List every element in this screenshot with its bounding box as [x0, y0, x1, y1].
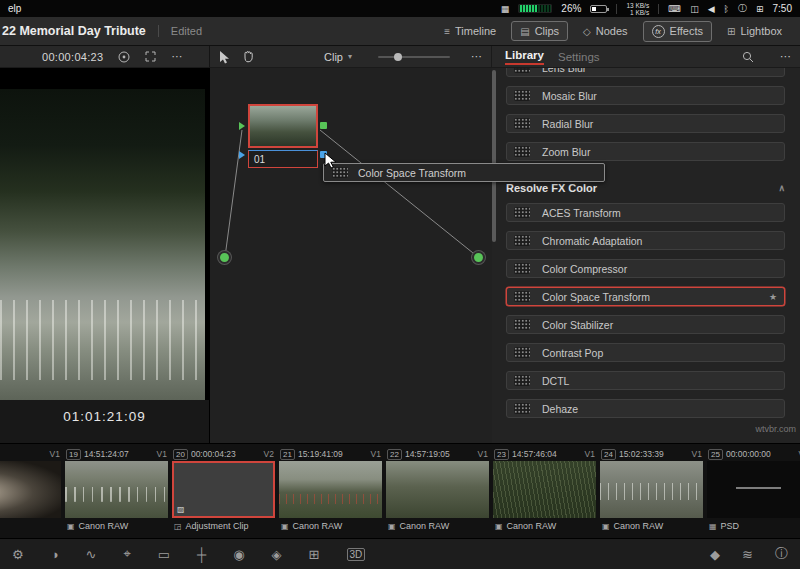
timeline-clip[interactable]: 24 15:02:33:39 V1 ▣ Canon RAW	[600, 447, 703, 534]
curves-icon[interactable]: ∿	[86, 547, 97, 562]
tab-settings[interactable]: Settings	[558, 51, 600, 63]
node-editor-panel: Clip ▾ ⋯ 01	[210, 46, 492, 443]
library-options-icon[interactable]: ⋯	[780, 50, 791, 63]
lens-blur-icon	[514, 68, 530, 73]
viewer-image[interactable]	[0, 68, 210, 400]
lightbox-label: Lightbox	[740, 25, 782, 37]
clip-thumbnail[interactable]	[707, 461, 800, 518]
clip-timecode: 14:51:24:07	[84, 449, 154, 459]
timeline-clip[interactable]: 23 14:57:46:04 V1 ▣ Canon RAW	[493, 447, 596, 534]
adjustment-badge-icon: ▨	[177, 505, 185, 514]
viewer-options-icon[interactable]: ⋯	[171, 50, 182, 63]
fx-item-zoom-blur[interactable]: Zoom Blur	[506, 142, 785, 161]
color-stabilizer-icon	[514, 319, 530, 330]
clip-mode-dropdown[interactable]: Clip ▾	[324, 51, 352, 63]
fx-item-color-space-transform[interactable]: Color Space Transform ★	[506, 287, 785, 306]
tab-library[interactable]: Library	[505, 49, 544, 65]
clip-thumbnail[interactable]	[386, 461, 489, 518]
clip-number: 19	[66, 449, 81, 460]
clip-thumbnail[interactable]	[279, 461, 382, 518]
expand-viewer-icon[interactable]	[145, 51, 156, 62]
drag-tooltip-label: Color Space Transform	[358, 167, 466, 179]
fx-item-aces-transform[interactable]: ACES Transform	[506, 203, 785, 222]
screen-mirroring-icon[interactable]: ◫	[690, 4, 699, 14]
favorite-star-icon[interactable]: ★	[769, 292, 777, 302]
menubar-clock[interactable]: 7:50	[773, 3, 792, 14]
fx-item-lens-blur[interactable]: Lens Blur	[506, 68, 785, 77]
collapse-chevron-icon[interactable]: ∧	[778, 183, 785, 193]
adjustment-clip-thumbnail[interactable]: ▨	[172, 461, 275, 518]
keyboard-input-icon[interactable]: ⌨	[668, 4, 681, 14]
power-window-icon[interactable]: ▭	[158, 547, 170, 562]
record-timecode: 01:01:21:09	[63, 409, 145, 443]
lightbox-button[interactable]: ⊞ Lightbox	[719, 22, 790, 40]
fx-item-dctl[interactable]: DCTL	[506, 371, 785, 390]
clip-thumbnail[interactable]	[600, 461, 703, 518]
scopes-icon[interactable]: ≋	[742, 547, 753, 562]
timeline-clip[interactable]: 22 14:57:19:05 V1 ▣ Canon RAW	[386, 447, 489, 534]
key-input-triangle[interactable]	[239, 151, 245, 159]
info-icon[interactable]: ⓘ	[775, 545, 788, 563]
color-wheels-icon[interactable]: ◑	[51, 547, 59, 562]
corrector-node-01[interactable]: 01	[248, 104, 318, 168]
help-menu[interactable]: elp	[8, 3, 21, 14]
fx-label: Color Space Transform	[542, 291, 650, 303]
clip-format-label: Canon RAW	[293, 521, 343, 531]
fx-item-dehaze[interactable]: Dehaze	[506, 399, 785, 418]
clips-button[interactable]: ▤ Clips	[511, 21, 568, 41]
timeline-clip[interactable]: 19 14:51:24:07 V1 ▣ Canon RAW	[65, 447, 168, 534]
settings-icon[interactable]: ⚙	[12, 547, 24, 562]
source-node-dot[interactable]	[220, 253, 229, 262]
fx-item-mosaic-blur[interactable]: Mosaic Blur	[506, 86, 785, 105]
rgb-input-triangle[interactable]	[239, 122, 245, 130]
search-icon[interactable]	[742, 51, 754, 63]
timeline-clip[interactable]: 6:21:01:22 V1 AW	[0, 447, 61, 534]
viewer-timecode: 00:00:04:23	[42, 51, 103, 63]
nodes-button[interactable]: ◇ Nodes	[575, 22, 636, 40]
slider-knob[interactable]	[394, 53, 402, 61]
control-center-icon[interactable]: ⊞	[756, 4, 764, 14]
output-node-dot[interactable]	[474, 253, 483, 262]
zoom-blur-icon	[514, 146, 530, 157]
hand-tool-icon[interactable]	[242, 50, 254, 63]
fx-item-color-compressor[interactable]: Color Compressor	[506, 259, 785, 278]
fx-item-color-stabilizer[interactable]: Color Stabilizer	[506, 315, 785, 334]
fx-item-contrast-pop[interactable]: Contrast Pop	[506, 343, 785, 362]
timeline-clip[interactable]: 21 15:19:41:09 V1 ▣ Canon RAW	[279, 447, 382, 534]
clip-track: V1	[585, 449, 595, 459]
blur-icon[interactable]: ◉	[233, 547, 244, 562]
clip-timecode: 00:00:00:00	[726, 449, 796, 459]
timeline-clip[interactable]: 25 00:00:00:00 V1 ▦ PSD	[707, 447, 800, 534]
clip-track: V2	[264, 449, 274, 459]
timeline-button[interactable]: ≡ Timeline	[436, 22, 504, 40]
help-circle-icon[interactable]: ⓘ	[738, 2, 747, 15]
pointer-tool-icon[interactable]	[219, 50, 230, 64]
node-zoom-slider[interactable]	[378, 52, 450, 62]
clip-thumbnail[interactable]	[65, 461, 168, 518]
clip-thumbnail[interactable]	[0, 461, 61, 518]
node-graph[interactable]: 01 Color Space Transform	[210, 68, 492, 443]
fx-item-chromatic-adaptation[interactable]: Chromatic Adaptation	[506, 231, 785, 250]
network-throughput[interactable]: 13 KB/s 1 KB/s	[626, 2, 649, 16]
color-wheel-icon[interactable]	[118, 51, 130, 63]
clip-thumbnail[interactable]	[493, 461, 596, 518]
stereo-3d-icon[interactable]: 3D	[347, 548, 366, 561]
node-options-icon[interactable]: ⋯	[471, 50, 482, 63]
sizing-icon[interactable]: ⊞	[309, 547, 320, 562]
rgb-output-square[interactable]	[320, 122, 327, 129]
tracker-icon[interactable]: ┼	[197, 547, 206, 562]
volume-icon[interactable]: ◀	[708, 4, 715, 14]
project-title: 22 Memorial Day Tribute	[2, 24, 146, 38]
keyframes-icon[interactable]: ◆	[710, 547, 720, 562]
bluetooth-icon[interactable]: ᛒ	[724, 4, 729, 14]
effects-button[interactable]: fx Effects	[643, 21, 712, 42]
clip-timecode: 15:02:33:39	[619, 449, 689, 459]
display-grid-icon[interactable]: ▦	[501, 4, 510, 14]
key-icon[interactable]: ◈	[272, 547, 282, 562]
qualifier-icon[interactable]: ⌖	[123, 546, 130, 562]
clip-format-label: Canon RAW	[614, 521, 664, 531]
effects-library-panel: Library Settings ⋯ Lens Blur Mosaic Blur	[492, 46, 800, 443]
timeline-clip-selected[interactable]: 20 00:00:04:23 V2 ▨ ◲ Adjustment Clip	[172, 447, 275, 534]
library-scrollbar[interactable]	[492, 70, 496, 242]
fx-item-radial-blur[interactable]: Radial Blur	[506, 114, 785, 133]
